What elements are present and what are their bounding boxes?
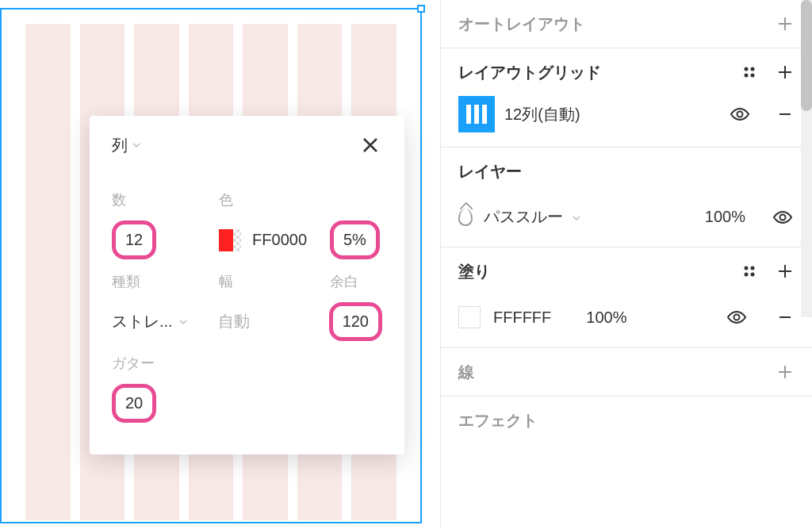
color-label: 色 bbox=[219, 190, 330, 209]
svg-point-10 bbox=[734, 315, 740, 320]
svg-point-3 bbox=[751, 74, 755, 78]
svg-point-8 bbox=[745, 273, 749, 277]
svg-point-2 bbox=[745, 74, 749, 78]
selection-handle-top-right[interactable] bbox=[417, 5, 425, 13]
layoutgrid-title: レイアウトグリッド bbox=[458, 62, 601, 83]
stroke-title: 線 bbox=[458, 362, 474, 383]
gutter-label: ガター bbox=[112, 354, 225, 373]
chevron-down-icon bbox=[132, 141, 140, 149]
svg-point-6 bbox=[745, 266, 749, 270]
color-swatch[interactable] bbox=[219, 229, 241, 251]
grid-column bbox=[25, 24, 71, 520]
svg-point-7 bbox=[751, 266, 755, 270]
toggle-layer-visibility-button[interactable] bbox=[772, 210, 793, 224]
layer-title: レイヤー bbox=[458, 161, 522, 182]
scrollbar-thumb[interactable] bbox=[801, 0, 812, 111]
fill-title: 塗り bbox=[458, 261, 490, 282]
columns-icon bbox=[458, 96, 495, 132]
add-stroke-button[interactable] bbox=[777, 364, 793, 380]
properties-panel: オートレイアウト レイアウトグリッド bbox=[440, 0, 812, 529]
eye-icon bbox=[772, 210, 793, 224]
toggle-grid-visibility-button[interactable] bbox=[730, 107, 750, 121]
plus-icon bbox=[777, 64, 793, 80]
fill-opacity-input[interactable]: 100% bbox=[586, 309, 626, 327]
popup-header: 列 bbox=[90, 116, 404, 171]
effects-section: エフェクト bbox=[441, 397, 812, 444]
 bbox=[330, 190, 382, 209]
fill-section: 塗り FFFFFF 100% bbox=[441, 247, 812, 348]
popup-type-dropdown[interactable]: 列 bbox=[112, 135, 140, 156]
svg-point-4 bbox=[737, 112, 743, 117]
grid-item-label: 12列(自動) bbox=[504, 104, 720, 125]
chevron-down-icon bbox=[573, 214, 580, 222]
svg-point-5 bbox=[780, 214, 786, 220]
gutter-input[interactable]: 20 bbox=[112, 384, 156, 423]
add-grid-button[interactable] bbox=[777, 64, 793, 80]
panel-scrollbar[interactable] bbox=[801, 0, 812, 317]
grid-dots-icon bbox=[742, 264, 756, 278]
fill-swatch[interactable] bbox=[458, 306, 481, 328]
remove-grid-button[interactable] bbox=[777, 106, 793, 122]
autolayout-section: オートレイアウト bbox=[441, 0, 812, 48]
plus-icon bbox=[777, 364, 793, 380]
svg-point-1 bbox=[751, 67, 755, 71]
autolayout-title: オートレイアウト bbox=[458, 13, 585, 35]
svg-point-0 bbox=[745, 67, 749, 71]
minus-icon bbox=[777, 106, 793, 122]
margin-label: 余白 bbox=[330, 272, 382, 291]
blend-mode-icon bbox=[458, 209, 473, 226]
fill-hex-input[interactable]: FFFFFF bbox=[493, 309, 551, 327]
grid-dots-icon bbox=[742, 65, 756, 79]
color-opacity-input[interactable]: 5% bbox=[330, 220, 380, 259]
type-label: 種類 bbox=[112, 272, 219, 291]
add-autolayout-button[interactable] bbox=[777, 16, 793, 32]
toggle-fill-visibility-button[interactable] bbox=[726, 310, 747, 324]
count-input[interactable]: 12 bbox=[112, 220, 156, 259]
layer-section: レイヤー パススルー 100% bbox=[441, 148, 812, 247]
width-label: 幅 bbox=[219, 272, 330, 291]
close-button[interactable] bbox=[358, 133, 382, 157]
minus-icon bbox=[777, 309, 793, 325]
width-input: 自動 bbox=[218, 312, 250, 330]
svg-point-9 bbox=[751, 273, 755, 277]
effects-title: エフェクト bbox=[458, 410, 538, 431]
layer-opacity-input[interactable]: 100% bbox=[705, 208, 745, 226]
type-value: ストレ... bbox=[112, 311, 173, 332]
remove-fill-button[interactable] bbox=[777, 309, 793, 325]
close-icon bbox=[362, 136, 379, 154]
popup-title-text: 列 bbox=[112, 135, 128, 156]
popup-body: 数 色 12 FF0000 5% 種類 幅 余白 ストレ... bbox=[90, 171, 404, 454]
eye-icon bbox=[726, 310, 747, 324]
count-label: 数 bbox=[112, 190, 219, 209]
color-hex-input[interactable]: FF0000 bbox=[252, 231, 307, 249]
plus-icon bbox=[777, 263, 793, 279]
plus-icon bbox=[777, 16, 793, 32]
grid-item[interactable]: 12列(自動) bbox=[441, 96, 812, 147]
margin-input[interactable]: 120 bbox=[329, 302, 382, 341]
grid-styles-button[interactable] bbox=[742, 65, 756, 79]
eye-icon bbox=[730, 107, 750, 121]
chevron-down-icon bbox=[179, 318, 187, 326]
column-settings-popup: 列 数 色 12 FF0000 5% 種類 幅 bbox=[90, 116, 404, 454]
fill-styles-button[interactable] bbox=[742, 264, 756, 278]
stroke-section: 線 bbox=[441, 348, 812, 397]
blend-mode-dropdown[interactable]: パススルー bbox=[484, 206, 580, 228]
type-dropdown[interactable]: ストレ... bbox=[112, 311, 218, 332]
layoutgrid-section: レイアウトグリッド 12列(自動) bbox=[441, 48, 812, 148]
add-fill-button[interactable] bbox=[777, 263, 793, 279]
